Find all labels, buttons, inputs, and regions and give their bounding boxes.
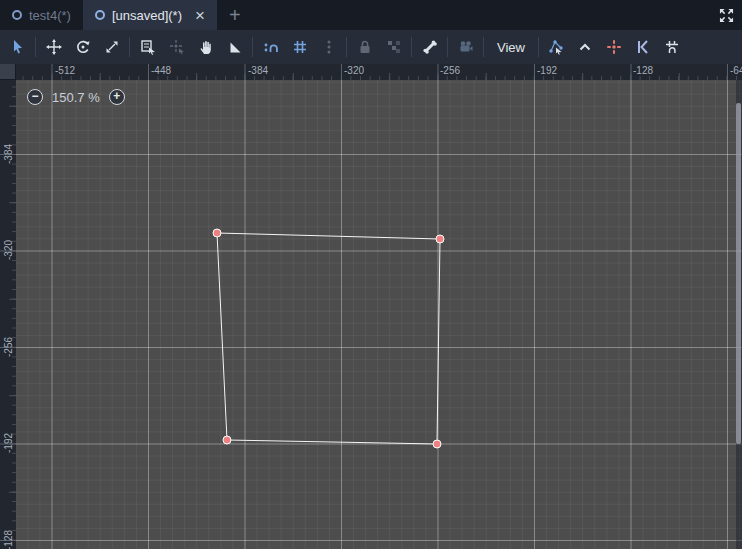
- grid-config-button[interactable]: [658, 33, 687, 61]
- ruler-tick-label: -384: [3, 144, 14, 164]
- ruler-tick-label: -512: [55, 65, 75, 76]
- camera-icon: [458, 39, 474, 55]
- lock-object-button[interactable]: [350, 33, 379, 61]
- pivot-tool-button[interactable]: [162, 33, 191, 61]
- scene-icon: [95, 10, 105, 20]
- ruler-tick-label: -192: [537, 65, 557, 76]
- snap-options-button[interactable]: [314, 33, 343, 61]
- list-select-icon: [140, 39, 156, 55]
- scene-tab-bar: test4(*) [unsaved](*) × +: [0, 0, 742, 30]
- canvas-toolbar: View: [0, 30, 742, 64]
- tab-test4[interactable]: test4(*): [0, 0, 83, 30]
- grid-snap-button[interactable]: [285, 33, 314, 61]
- curve-chevron-button[interactable]: [571, 33, 600, 61]
- move-tool-button[interactable]: [39, 33, 68, 61]
- ruler-tick-label: -384: [248, 65, 268, 76]
- close-tab-icon[interactable]: ×: [195, 7, 205, 24]
- polygon-outline: [217, 233, 440, 444]
- group-object-button[interactable]: [379, 33, 408, 61]
- red-cross-point-icon: [606, 39, 622, 55]
- smart-snap-icon: [263, 39, 279, 55]
- tab-label: test4(*): [29, 8, 71, 23]
- ruler-tick-label: -192: [3, 433, 14, 453]
- ruler-tick-label: -64: [730, 65, 742, 76]
- vertical-scrollbar-thumb[interactable]: [736, 103, 741, 444]
- move-icon: [46, 39, 62, 55]
- ruler-tool-button[interactable]: [220, 33, 249, 61]
- scene-icon: [12, 10, 22, 20]
- skeleton-bone-button[interactable]: [415, 33, 444, 61]
- group-icon: [386, 39, 402, 55]
- polygon-k-icon: [635, 39, 651, 55]
- select-tool-button[interactable]: [3, 33, 32, 61]
- edit-points-icon: [548, 39, 564, 55]
- bone-icon: [422, 39, 438, 55]
- ruler-triangle-icon: [227, 39, 243, 55]
- ruler-corner: [0, 64, 16, 80]
- move-pivot-icon: [169, 39, 185, 55]
- zoom-widget: − 150.7 % +: [27, 89, 125, 105]
- ruler-tick-label: -448: [151, 65, 171, 76]
- polygon-vertex-handle[interactable]: [433, 440, 441, 448]
- smart-snap-button[interactable]: [256, 33, 285, 61]
- zoom-level-value: 150.7 %: [52, 90, 100, 105]
- select-arrow-icon: [10, 39, 26, 55]
- horizontal-ruler: -512-448-384-320-256-192-128-64: [16, 64, 742, 80]
- polygon-edit-button[interactable]: [629, 33, 658, 61]
- chevron-up-icon: [577, 39, 593, 55]
- four-arrows-expand-icon: [719, 8, 734, 23]
- tab-unsaved[interactable]: [unsaved](*) ×: [83, 0, 217, 30]
- scale-icon: [104, 39, 120, 55]
- vertical-scrollbar-track[interactable]: [736, 80, 742, 549]
- zoom-in-button[interactable]: +: [109, 89, 125, 105]
- ruler-tick-label: -256: [440, 65, 460, 76]
- edit-points-button[interactable]: [542, 33, 571, 61]
- ruler-tick-label: -256: [3, 337, 14, 357]
- lock-icon: [357, 39, 373, 55]
- list-select-tool-button[interactable]: [133, 33, 162, 61]
- godot-2d-editor: test4(*) [unsaved](*) × +: [0, 0, 742, 549]
- tab-label: [unsaved](*): [112, 8, 182, 23]
- ruler-tick-label: -320: [3, 240, 14, 260]
- view-menu-button[interactable]: View: [487, 33, 535, 61]
- pan-hand-icon: [198, 39, 214, 55]
- scale-tool-button[interactable]: [97, 33, 126, 61]
- ruler-tick-label: -320: [344, 65, 364, 76]
- grid-n-icon: [664, 39, 680, 55]
- vertical-ellipsis-icon: [321, 39, 337, 55]
- camera-override-button[interactable]: [451, 33, 480, 61]
- 2d-viewport-canvas[interactable]: − 150.7 % +: [16, 80, 742, 549]
- pan-tool-button[interactable]: [191, 33, 220, 61]
- grid-snap-icon: [292, 39, 308, 55]
- insert-point-button[interactable]: [600, 33, 629, 61]
- expand-bottom-panel-icon[interactable]: [715, 4, 737, 26]
- ruler-tick-label: -128: [3, 530, 14, 549]
- polygon-vertex-handle[interactable]: [223, 436, 231, 444]
- rotate-icon: [75, 39, 91, 55]
- polygon-vertex-handle[interactable]: [436, 235, 444, 243]
- rotate-tool-button[interactable]: [68, 33, 97, 61]
- ruler-tick-label: -128: [633, 65, 653, 76]
- zoom-out-button[interactable]: −: [27, 89, 43, 105]
- polygon-overlay: [16, 80, 742, 549]
- polygon-vertex-handle[interactable]: [213, 229, 221, 237]
- vertical-ruler: -384-320-256-192-128: [0, 80, 16, 549]
- new-tab-button[interactable]: +: [217, 0, 253, 30]
